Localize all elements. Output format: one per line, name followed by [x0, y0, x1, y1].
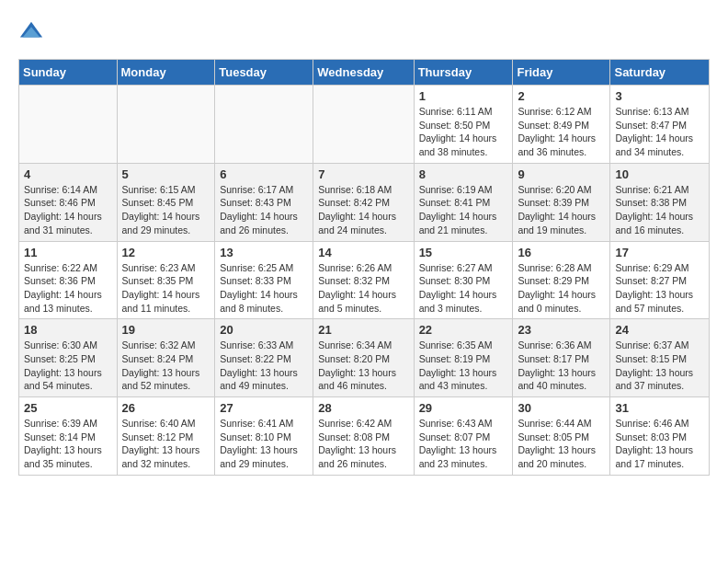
calendar-cell: 19Sunrise: 6:32 AM Sunset: 8:24 PM Dayli…: [117, 319, 215, 397]
day-info: Sunrise: 6:22 AM Sunset: 8:36 PM Dayligh…: [24, 261, 112, 316]
calendar-cell: 3Sunrise: 6:13 AM Sunset: 8:47 PM Daylig…: [610, 86, 710, 164]
page-header: [18, 18, 710, 44]
calendar-cell: 5Sunrise: 6:15 AM Sunset: 8:45 PM Daylig…: [117, 163, 215, 241]
logo: [18, 18, 48, 44]
day-number: 17: [615, 246, 704, 259]
calendar-cell: 16Sunrise: 6:28 AM Sunset: 8:29 PM Dayli…: [513, 241, 610, 319]
day-number: 19: [122, 323, 210, 337]
calendar-cell: 20Sunrise: 6:33 AM Sunset: 8:22 PM Dayli…: [215, 319, 313, 397]
day-info: Sunrise: 6:18 AM Sunset: 8:42 PM Dayligh…: [318, 183, 408, 237]
calendar-cell: 26Sunrise: 6:40 AM Sunset: 8:12 PM Dayli…: [117, 397, 215, 476]
day-info: Sunrise: 6:36 AM Sunset: 8:17 PM Dayligh…: [518, 339, 605, 393]
day-number: 4: [24, 167, 112, 181]
day-number: 9: [518, 167, 605, 181]
day-info: Sunrise: 6:19 AM Sunset: 8:41 PM Dayligh…: [419, 183, 508, 237]
calendar-cell: 7Sunrise: 6:18 AM Sunset: 8:42 PM Daylig…: [313, 163, 414, 241]
day-number: 7: [318, 167, 408, 181]
day-info: Sunrise: 6:21 AM Sunset: 8:38 PM Dayligh…: [615, 183, 704, 237]
day-number: 1: [419, 89, 508, 103]
day-info: Sunrise: 6:23 AM Sunset: 8:35 PM Dayligh…: [122, 261, 210, 316]
day-number: 25: [24, 401, 112, 415]
calendar-cell: 11Sunrise: 6:22 AM Sunset: 8:36 PM Dayli…: [19, 241, 118, 319]
calendar-cell: [117, 86, 215, 164]
calendar-cell: 23Sunrise: 6:36 AM Sunset: 8:17 PM Dayli…: [513, 319, 610, 397]
calendar-cell: 13Sunrise: 6:25 AM Sunset: 8:33 PM Dayli…: [215, 241, 313, 319]
calendar-cell: 8Sunrise: 6:19 AM Sunset: 8:41 PM Daylig…: [414, 163, 513, 241]
day-number: 5: [122, 167, 210, 181]
calendar-cell: 29Sunrise: 6:43 AM Sunset: 8:07 PM Dayli…: [414, 397, 513, 476]
day-info: Sunrise: 6:30 AM Sunset: 8:25 PM Dayligh…: [24, 339, 112, 393]
calendar-cell: [215, 86, 313, 164]
day-info: Sunrise: 6:46 AM Sunset: 8:03 PM Dayligh…: [615, 417, 704, 471]
day-number: 29: [419, 401, 508, 415]
logo-icon: [18, 18, 44, 44]
day-of-week-header: Wednesday: [313, 60, 414, 86]
calendar-cell: 31Sunrise: 6:46 AM Sunset: 8:03 PM Dayli…: [610, 397, 710, 476]
day-number: 28: [318, 401, 408, 415]
day-info: Sunrise: 6:35 AM Sunset: 8:19 PM Dayligh…: [419, 339, 508, 393]
day-number: 15: [419, 246, 508, 259]
calendar-cell: [313, 86, 414, 164]
calendar-cell: 30Sunrise: 6:44 AM Sunset: 8:05 PM Dayli…: [513, 397, 610, 476]
day-info: Sunrise: 6:42 AM Sunset: 8:08 PM Dayligh…: [318, 417, 408, 471]
day-number: 24: [615, 323, 704, 337]
day-number: 21: [318, 323, 408, 337]
day-info: Sunrise: 6:34 AM Sunset: 8:20 PM Dayligh…: [318, 339, 408, 393]
day-info: Sunrise: 6:11 AM Sunset: 8:50 PM Dayligh…: [419, 105, 508, 159]
day-number: 22: [419, 323, 508, 337]
calendar-cell: 27Sunrise: 6:41 AM Sunset: 8:10 PM Dayli…: [215, 397, 313, 476]
day-number: 3: [615, 89, 704, 103]
day-info: Sunrise: 6:39 AM Sunset: 8:14 PM Dayligh…: [24, 417, 112, 471]
day-of-week-header: Tuesday: [215, 60, 313, 86]
day-number: 27: [220, 401, 308, 415]
day-info: Sunrise: 6:25 AM Sunset: 8:33 PM Dayligh…: [220, 261, 308, 316]
day-info: Sunrise: 6:44 AM Sunset: 8:05 PM Dayligh…: [518, 417, 605, 471]
calendar-cell: 18Sunrise: 6:30 AM Sunset: 8:25 PM Dayli…: [19, 319, 118, 397]
calendar-cell: 12Sunrise: 6:23 AM Sunset: 8:35 PM Dayli…: [117, 241, 215, 319]
calendar-cell: 9Sunrise: 6:20 AM Sunset: 8:39 PM Daylig…: [513, 163, 610, 241]
day-number: 13: [220, 246, 308, 259]
day-info: Sunrise: 6:28 AM Sunset: 8:29 PM Dayligh…: [518, 261, 605, 316]
day-info: Sunrise: 6:15 AM Sunset: 8:45 PM Dayligh…: [122, 183, 210, 237]
day-number: 20: [220, 323, 308, 337]
day-info: Sunrise: 6:33 AM Sunset: 8:22 PM Dayligh…: [220, 339, 308, 393]
day-info: Sunrise: 6:26 AM Sunset: 8:32 PM Dayligh…: [318, 261, 408, 316]
calendar-cell: 4Sunrise: 6:14 AM Sunset: 8:46 PM Daylig…: [19, 163, 118, 241]
day-info: Sunrise: 6:41 AM Sunset: 8:10 PM Dayligh…: [220, 417, 308, 471]
day-number: 12: [122, 246, 210, 259]
calendar-cell: 24Sunrise: 6:37 AM Sunset: 8:15 PM Dayli…: [610, 319, 710, 397]
day-info: Sunrise: 6:27 AM Sunset: 8:30 PM Dayligh…: [419, 261, 508, 316]
day-number: 11: [24, 246, 112, 259]
day-number: 26: [122, 401, 210, 415]
calendar-cell: 15Sunrise: 6:27 AM Sunset: 8:30 PM Dayli…: [414, 241, 513, 319]
calendar-cell: 1Sunrise: 6:11 AM Sunset: 8:50 PM Daylig…: [414, 86, 513, 164]
calendar-cell: 10Sunrise: 6:21 AM Sunset: 8:38 PM Dayli…: [610, 163, 710, 241]
day-info: Sunrise: 6:37 AM Sunset: 8:15 PM Dayligh…: [615, 339, 704, 393]
day-info: Sunrise: 6:40 AM Sunset: 8:12 PM Dayligh…: [122, 417, 210, 471]
day-info: Sunrise: 6:12 AM Sunset: 8:49 PM Dayligh…: [518, 105, 605, 159]
day-number: 16: [518, 246, 605, 259]
day-number: 14: [318, 246, 408, 259]
day-of-week-header: Saturday: [610, 60, 710, 86]
day-of-week-header: Sunday: [19, 60, 118, 86]
day-number: 10: [615, 167, 704, 181]
day-of-week-header: Monday: [117, 60, 215, 86]
calendar-cell: 6Sunrise: 6:17 AM Sunset: 8:43 PM Daylig…: [215, 163, 313, 241]
day-info: Sunrise: 6:13 AM Sunset: 8:47 PM Dayligh…: [615, 105, 704, 159]
calendar-cell: 22Sunrise: 6:35 AM Sunset: 8:19 PM Dayli…: [414, 319, 513, 397]
day-number: 6: [220, 167, 308, 181]
calendar-cell: 2Sunrise: 6:12 AM Sunset: 8:49 PM Daylig…: [513, 86, 610, 164]
calendar-cell: 14Sunrise: 6:26 AM Sunset: 8:32 PM Dayli…: [313, 241, 414, 319]
day-info: Sunrise: 6:43 AM Sunset: 8:07 PM Dayligh…: [419, 417, 508, 471]
calendar-cell: 25Sunrise: 6:39 AM Sunset: 8:14 PM Dayli…: [19, 397, 118, 476]
day-info: Sunrise: 6:29 AM Sunset: 8:27 PM Dayligh…: [615, 261, 704, 316]
day-number: 8: [419, 167, 508, 181]
day-number: 23: [518, 323, 605, 337]
calendar-cell: 21Sunrise: 6:34 AM Sunset: 8:20 PM Dayli…: [313, 319, 414, 397]
day-info: Sunrise: 6:32 AM Sunset: 8:24 PM Dayligh…: [122, 339, 210, 393]
day-info: Sunrise: 6:20 AM Sunset: 8:39 PM Dayligh…: [518, 183, 605, 237]
day-info: Sunrise: 6:14 AM Sunset: 8:46 PM Dayligh…: [24, 183, 112, 237]
day-info: Sunrise: 6:17 AM Sunset: 8:43 PM Dayligh…: [220, 183, 308, 237]
calendar-table: SundayMondayTuesdayWednesdayThursdayFrid…: [18, 59, 710, 476]
day-number: 31: [615, 401, 704, 415]
